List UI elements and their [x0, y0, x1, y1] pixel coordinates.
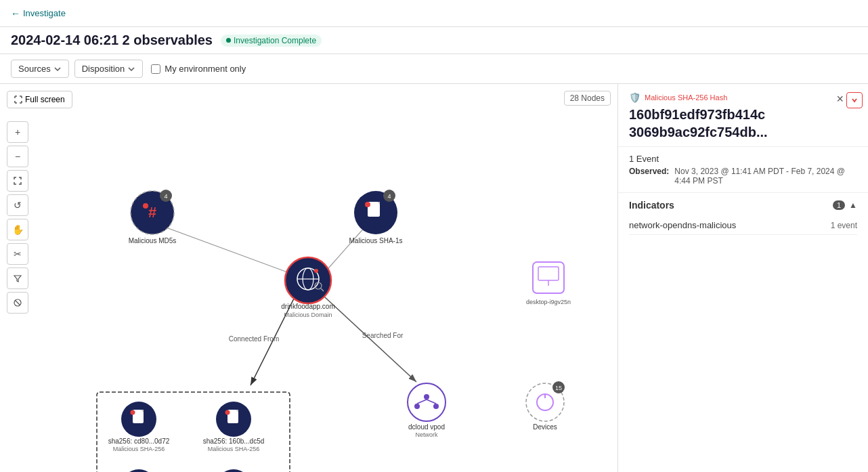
sha256-1-label: sha256: cd80...0d72	[108, 437, 170, 445]
sha1-alert-dot	[365, 202, 370, 207]
panel-chevron-button[interactable]	[846, 92, 863, 108]
indicator-name: network-opendns-malicious	[629, 220, 736, 230]
badge-dot	[226, 38, 231, 43]
panel-observed-row: Observed: Nov 3, 2023 @ 11:41 AM PDT - F…	[629, 167, 857, 186]
edge-md5-domain	[162, 226, 291, 274]
indicator-row: network-opendns-malicious 1 event	[629, 216, 857, 235]
back-button[interactable]: ← Investigate	[11, 8, 66, 19]
block-button[interactable]	[7, 292, 28, 314]
sha256-1-dot	[131, 410, 135, 415]
my-environment-checkbox[interactable]	[151, 64, 160, 74]
sha1-label: Malicious SHA-1s	[349, 237, 403, 244]
filter-icon	[13, 274, 22, 283]
sha256-4-circle[interactable]	[216, 469, 251, 472]
investigation-badge: Investigation Complete	[221, 35, 322, 47]
filter-button[interactable]	[7, 267, 28, 289]
indicators-controls: 1 ▲	[833, 200, 857, 210]
devices-count: 15	[555, 385, 562, 391]
graph-svg: Connected From Searched For drinkfoodapp…	[0, 84, 617, 472]
domain-alert-dot	[314, 269, 318, 273]
indicator-event-count: 1 event	[831, 221, 857, 230]
zoom-in-button[interactable]: +	[7, 121, 28, 143]
block-icon	[13, 298, 22, 307]
indicators-collapse-button[interactable]: ▲	[849, 200, 857, 210]
indicators-title: Indicators	[629, 200, 674, 211]
fullscreen-button[interactable]: Full screen	[7, 91, 72, 108]
fork-right-line-icon	[427, 400, 436, 404]
panel-close-button[interactable]: ×	[836, 92, 844, 106]
fork-bl-icon	[414, 404, 420, 409]
fit-icon	[13, 176, 22, 186]
topbar: ← Investigate	[0, 0, 868, 27]
header: 2024-02-14 06:21 2 observables Investiga…	[0, 27, 868, 54]
hand-tool-button[interactable]: ✋	[7, 219, 28, 240]
right-panel: 🛡️ Malicious SHA-256 Hash 160bf91edf973f…	[617, 84, 868, 472]
scissors-button[interactable]: ✂	[7, 243, 28, 265]
graph-canvas[interactable]: Full screen 28 Nodes + − ↺ ✋ ✂	[0, 84, 617, 472]
sources-dropdown[interactable]: Sources	[11, 60, 69, 78]
my-environment-label: My environment only	[165, 64, 246, 74]
observed-value: Nov 3, 2023 @ 11:41 AM PDT - Feb 7, 2024…	[674, 167, 857, 186]
chevron-down-icon	[850, 96, 859, 104]
fullscreen-label: Full screen	[25, 95, 65, 104]
domain-label: drinkfoodapp.com	[281, 303, 335, 310]
network-node-circle[interactable]	[408, 383, 446, 421]
network-label: dcloud vpod	[408, 423, 445, 431]
undo-button[interactable]: ↺	[7, 194, 28, 216]
edge-sha1-domain	[324, 226, 366, 274]
badge-label: Investigation Complete	[234, 36, 316, 45]
panel-hash-title: 160bf91edf973fb414c 3069b9ac92fc754db...	[629, 106, 857, 141]
malicious-icon: 🛡️	[629, 92, 641, 103]
back-arrow-icon: ←	[11, 8, 20, 19]
left-toolbar: + − ↺ ✋ ✂	[7, 121, 28, 314]
searched-for-label: Searched For	[362, 332, 404, 339]
sha1-count: 4	[387, 193, 391, 200]
fork-left-line-icon	[417, 400, 427, 404]
sha256-3-circle[interactable]	[121, 469, 156, 472]
indicators-header: Indicators 1 ▲	[629, 200, 857, 211]
disposition-dropdown[interactable]: Disposition	[74, 60, 144, 78]
fork-br-icon	[433, 404, 439, 409]
sources-label: Sources	[18, 64, 51, 74]
panel-type-label: 🛡️ Malicious SHA-256 Hash	[629, 92, 857, 103]
sha256-2-sublabel: Malicious SHA-256	[208, 446, 260, 452]
edge-domain-dcloud	[325, 297, 416, 382]
indicator-count-badge: 1	[833, 200, 845, 210]
disposition-chevron-icon	[127, 65, 135, 73]
sources-chevron-icon	[53, 65, 62, 73]
toolbar: Sources Disposition My environment only	[0, 54, 868, 84]
panel-header: 🛡️ Malicious SHA-256 Hash 160bf91edf973f…	[618, 84, 868, 147]
panel-malicious-text: Malicious SHA-256 Hash	[645, 93, 727, 102]
sha256-2-dot	[225, 410, 230, 415]
network-sublabel: Network	[415, 431, 438, 438]
fork-top-icon	[424, 394, 429, 400]
fullscreen-icon	[14, 95, 22, 104]
md5-alert-dot	[143, 203, 148, 209]
main-content: Full screen 28 Nodes + − ↺ ✋ ✂	[0, 84, 868, 472]
panel-event-count: 1 Event	[629, 154, 857, 164]
observed-label: Observed:	[629, 167, 669, 186]
sha256-selection-box	[97, 392, 290, 472]
fit-button[interactable]	[7, 170, 28, 192]
md5-label: Malicious MD5s	[129, 237, 177, 244]
desktop-label: desktop-i9gv25n	[526, 299, 571, 305]
back-label: Investigate	[23, 8, 66, 18]
devices-label: Devices	[533, 423, 557, 431]
domain-sublabel: Malicious Domain	[284, 312, 332, 318]
sha256-2-label: sha256: 160b...dc5d	[203, 437, 265, 445]
sha256-1-sublabel: Malicious SHA-256	[113, 446, 165, 452]
my-environment-filter[interactable]: My environment only	[151, 64, 246, 74]
svg-line-1	[16, 301, 20, 305]
md5-count: 4	[164, 193, 167, 200]
panel-event-section: 1 Event Observed: Nov 3, 2023 @ 11:41 AM…	[618, 147, 868, 193]
page-title: 2024-02-14 06:21 2 observables	[11, 33, 213, 48]
panel-indicators-section: Indicators 1 ▲ network-opendns-malicious…	[618, 193, 868, 242]
connected-from-label: Connected From	[229, 335, 279, 343]
hash-icon: #	[148, 204, 156, 221]
zoom-out-button[interactable]: −	[7, 146, 28, 167]
disposition-label: Disposition	[82, 64, 125, 74]
